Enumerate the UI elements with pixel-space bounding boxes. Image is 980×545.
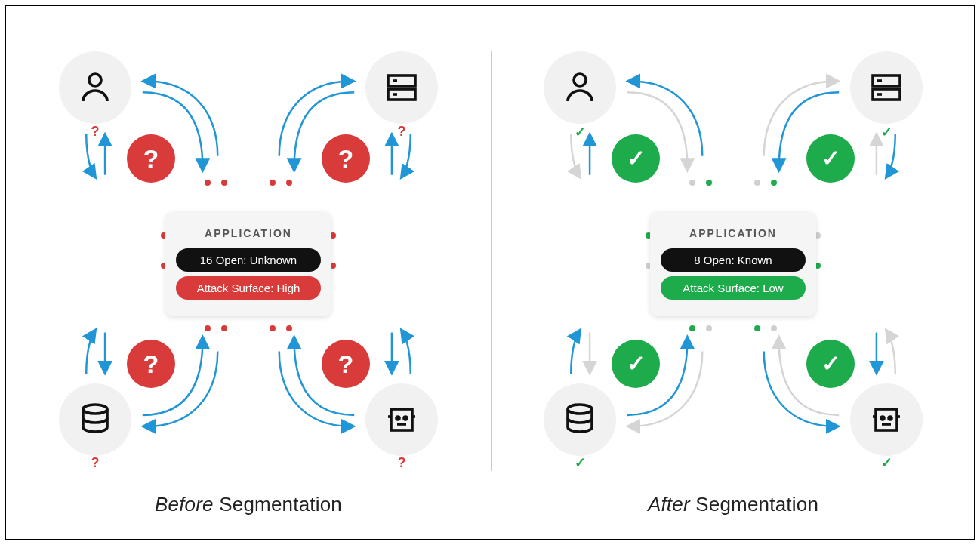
badge-bl: ? (127, 340, 175, 388)
server-node (850, 51, 923, 124)
database-node (59, 383, 131, 456)
badge-br: ? (322, 340, 370, 388)
attack-surface-pill: Attack Surface: Low (661, 276, 806, 300)
badge-br: ✓ (806, 340, 855, 388)
svg-rect-14 (873, 89, 900, 100)
port-dot (270, 325, 276, 331)
svg-rect-18 (876, 409, 897, 430)
server-status: ✓ (850, 124, 923, 140)
svg-point-21 (881, 417, 884, 420)
caption-prefix: After (648, 493, 690, 516)
after-panel: ✓ ✓ ✓ ✓ ✓ ✓ ✓ ✓ APPLICATION 8 Open: Know… (491, 6, 975, 539)
port-dot (270, 180, 276, 186)
port-dot (286, 180, 292, 186)
port-dot (689, 180, 695, 186)
attack-surface-pill: Attack Surface: High (176, 276, 321, 300)
server-status: ? (365, 124, 438, 140)
port-dot (205, 325, 211, 331)
caption-prefix: Before (155, 493, 214, 516)
caption-rest: Segmentation (214, 493, 342, 516)
badge-bl: ✓ (612, 340, 660, 388)
svg-point-22 (889, 417, 892, 420)
port-dot (286, 325, 292, 331)
user-icon (77, 69, 113, 106)
badge-tl: ? (127, 134, 175, 183)
database-icon (77, 402, 113, 438)
port-dot (689, 325, 695, 331)
bot-status: ✓ (850, 454, 923, 471)
card-title: APPLICATION (176, 227, 321, 239)
database-icon (562, 402, 598, 438)
svg-point-5 (83, 405, 107, 414)
svg-rect-1 (388, 75, 415, 86)
user-status: ? (59, 124, 131, 140)
user-node (59, 51, 131, 124)
database-node (544, 383, 616, 456)
server-icon (868, 69, 904, 106)
port-dot (221, 325, 227, 331)
port-dot (771, 325, 777, 331)
bot-status: ? (365, 455, 438, 471)
diagram-frame: ? ? ? ? ? ? ? ? APPLICATION 16 Open: Unk… (5, 5, 975, 540)
svg-point-9 (396, 417, 399, 420)
port-dot (706, 325, 712, 331)
svg-rect-6 (391, 409, 412, 430)
application-card-after: APPLICATION 8 Open: Known Attack Surface… (650, 212, 816, 316)
application-card-before: APPLICATION 16 Open: Unknown Attack Surf… (165, 212, 331, 316)
port-dot (221, 180, 227, 186)
card-title: APPLICATION (661, 227, 806, 239)
port-dot (205, 180, 211, 186)
port-dot (706, 180, 712, 186)
before-caption: Before Segmentation (6, 493, 491, 516)
port-dot (754, 325, 760, 331)
open-ports-pill: 16 Open: Unknown (176, 248, 321, 272)
svg-rect-2 (388, 89, 415, 100)
badge-tl: ✓ (612, 134, 660, 183)
port-dot (771, 180, 777, 186)
database-status: ? (59, 455, 131, 471)
svg-point-0 (89, 74, 101, 86)
port-dot (754, 180, 760, 186)
database-status: ✓ (544, 454, 616, 471)
user-status: ✓ (544, 124, 616, 140)
bot-node (850, 383, 923, 456)
after-caption: After Segmentation (491, 493, 975, 516)
svg-point-10 (404, 417, 407, 420)
before-panel: ? ? ? ? ? ? ? ? APPLICATION 16 Open: Unk… (6, 6, 491, 539)
server-node (365, 51, 438, 124)
bot-node (365, 383, 438, 456)
caption-rest: Segmentation (690, 493, 818, 516)
open-ports-pill: 8 Open: Known (661, 248, 806, 272)
user-icon (562, 69, 598, 106)
svg-point-17 (568, 405, 592, 414)
svg-rect-13 (873, 75, 900, 86)
user-node (544, 51, 616, 124)
server-icon (384, 69, 420, 106)
badge-tr: ? (322, 134, 370, 183)
bot-icon (868, 402, 904, 438)
svg-point-12 (574, 74, 586, 86)
bot-icon (384, 402, 420, 438)
badge-tr: ✓ (806, 134, 855, 183)
